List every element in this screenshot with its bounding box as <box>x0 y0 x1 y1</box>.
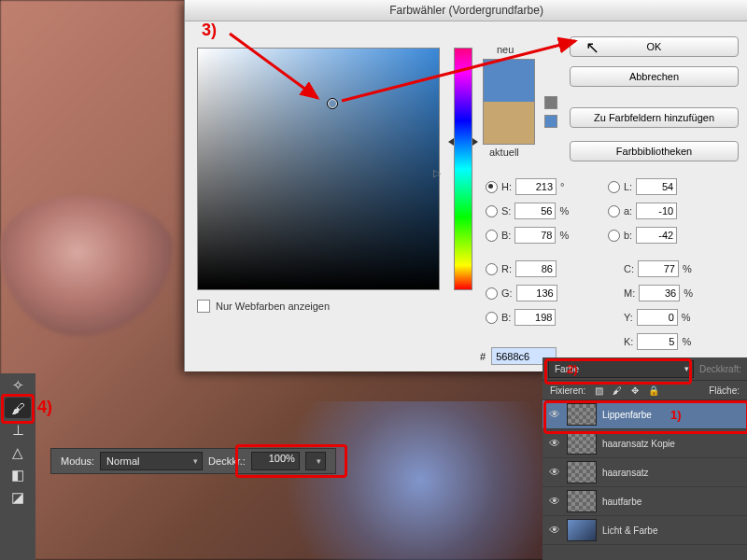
k-input[interactable] <box>637 333 678 350</box>
fill-label: Fläche: <box>709 385 740 396</box>
opacity-input[interactable]: 100% <box>251 452 300 470</box>
current-color-label: aktuell <box>489 147 519 158</box>
lock-move-icon[interactable]: ✥ <box>631 385 639 396</box>
layer-haaransatz[interactable]: 👁 haaransatz <box>543 458 747 487</box>
layer-thumbnail[interactable] <box>567 432 597 455</box>
r-row[interactable]: R: <box>486 260 557 277</box>
g-radio[interactable] <box>486 287 498 300</box>
lock-row: Fixieren: ▨ 🖌 ✥ 🔒 Fläche: <box>543 380 747 400</box>
m-row: M:% <box>624 285 693 301</box>
lb-radio[interactable] <box>608 230 620 242</box>
layer-name: haaransatz Kopie <box>602 439 675 449</box>
annotation-4: 4) <box>37 398 52 417</box>
L-row[interactable]: L: <box>608 178 677 195</box>
g-input[interactable] <box>516 285 557 301</box>
c-row: C:% <box>624 260 692 277</box>
hue-slider[interactable] <box>454 48 472 290</box>
color-swatch <box>483 59 535 145</box>
healing-tool-icon[interactable]: ✧ <box>5 375 31 396</box>
layer-name: haaransatz <box>602 468 648 478</box>
b-input[interactable] <box>514 227 556 244</box>
lock-trans-icon[interactable]: ▨ <box>595 385 603 396</box>
visibility-toggle-icon[interactable]: 👁 <box>548 466 561 479</box>
new-color-swatch <box>484 60 534 102</box>
lb-input[interactable] <box>636 227 677 244</box>
hex-label: # <box>480 351 486 362</box>
webonly-checkbox[interactable] <box>197 300 210 313</box>
c-input[interactable] <box>638 260 679 277</box>
opacity-stepper[interactable] <box>305 452 326 470</box>
y-row: Y:% <box>624 309 691 326</box>
s-input[interactable] <box>514 203 556 219</box>
cube-icon[interactable] <box>544 96 557 109</box>
r-input[interactable] <box>515 260 557 277</box>
h-input[interactable] <box>515 178 557 195</box>
L-input[interactable] <box>636 178 677 195</box>
visibility-toggle-icon[interactable]: 👁 <box>548 524 561 537</box>
visibility-toggle-icon[interactable]: 👁 <box>548 408 561 421</box>
layers-panel: Farbe Deckkraft: Fixieren: ▨ 🖌 ✥ 🔒 Fläch… <box>543 357 747 560</box>
r-radio[interactable] <box>486 263 498 275</box>
s-row[interactable]: S: % <box>486 203 569 219</box>
h-row[interactable]: H: ° <box>486 178 564 195</box>
k-row: K:% <box>624 333 691 350</box>
layer-thumbnail[interactable] <box>567 490 597 512</box>
b-row[interactable]: B: % <box>486 227 569 244</box>
visibility-toggle-icon[interactable]: 👁 <box>548 437 561 450</box>
deck-label: Deckkraft: <box>699 364 741 374</box>
lock-paint-icon[interactable]: 🖌 <box>613 385 622 396</box>
cancel-button[interactable]: Abbrechen <box>570 66 739 87</box>
bl-row[interactable]: B: <box>486 309 556 326</box>
h-radio[interactable] <box>486 181 498 193</box>
layer-haaransatz-kopie[interactable]: 👁 haaransatz Kopie <box>543 429 747 458</box>
annotation-1: 1) <box>670 408 682 422</box>
g-row[interactable]: G: <box>486 285 557 301</box>
brush-options-bar: Modus: Normal Deckkr.: 100% <box>50 448 336 474</box>
lb-row[interactable]: b: <box>608 227 677 244</box>
eraser-tool-icon[interactable]: ◧ <box>5 465 31 485</box>
layer-thumbnail[interactable] <box>567 519 597 541</box>
glare-region <box>271 401 570 560</box>
a-radio[interactable] <box>608 205 620 217</box>
sharpen-tool-icon[interactable]: △ <box>5 442 31 463</box>
m-input[interactable] <box>639 285 680 301</box>
a-row[interactable]: a: <box>608 203 677 219</box>
new-color-label: neu <box>497 44 514 55</box>
sv-marker[interactable] <box>327 98 338 109</box>
s-radio[interactable] <box>486 205 498 217</box>
mode-label: Modus: <box>61 455 94 467</box>
mode-dropdown[interactable]: Normal <box>100 452 203 470</box>
swatch-tool-icon[interactable]: ◪ <box>5 487 31 508</box>
webonly-row[interactable]: Nur Webfarben anzeigen <box>197 300 330 313</box>
bl-radio[interactable] <box>486 312 498 324</box>
dialog-title: Farbwähler (Vordergrundfarbe) <box>185 0 747 21</box>
layer-hautfarbe[interactable]: 👁 hautfarbe <box>543 487 747 516</box>
layer-name: Licht & Farbe <box>602 525 657 536</box>
layer-lippenfarbe[interactable]: 👁 Lippenfarbe <box>543 400 747 429</box>
L-radio[interactable] <box>608 181 620 193</box>
add-swatches-button[interactable]: Zu Farbfeldern hinzufügen <box>570 107 739 128</box>
layer-thumbnail[interactable] <box>567 461 597 483</box>
brush-tool-icon[interactable]: 🖌 <box>5 398 31 418</box>
bl-input[interactable] <box>514 309 556 326</box>
visibility-toggle-icon[interactable]: 👁 <box>548 495 561 508</box>
y-input[interactable] <box>637 309 678 326</box>
layer-thumbnail[interactable] <box>567 403 597 426</box>
ok-button[interactable]: OK <box>570 36 739 57</box>
color-libraries-button[interactable]: Farbbibliotheken <box>570 141 739 161</box>
color-picker-dialog: Farbwähler (Vordergrundfarbe) ▷ neu aktu… <box>184 0 747 371</box>
hue-slider-caret-icon: ▷ <box>433 167 441 179</box>
current-color-swatch <box>484 102 534 144</box>
annotation-2: 2) <box>567 362 578 376</box>
websafe-icon[interactable] <box>544 115 557 128</box>
saturation-value-field[interactable] <box>197 48 440 290</box>
layer-name: Lippenfarbe <box>602 410 652 420</box>
opacity-label: Deckkr.: <box>208 455 246 467</box>
lock-all-icon[interactable]: 🔒 <box>648 385 659 396</box>
webonly-label: Nur Webfarben anzeigen <box>216 301 330 312</box>
b-radio[interactable] <box>486 230 498 242</box>
stamp-tool-icon[interactable]: ⊥ <box>5 420 31 441</box>
layer-licht-farbe[interactable]: 👁 Licht & Farbe <box>543 516 747 545</box>
layer-name: hautfarbe <box>602 497 641 507</box>
a-input[interactable] <box>636 203 677 219</box>
